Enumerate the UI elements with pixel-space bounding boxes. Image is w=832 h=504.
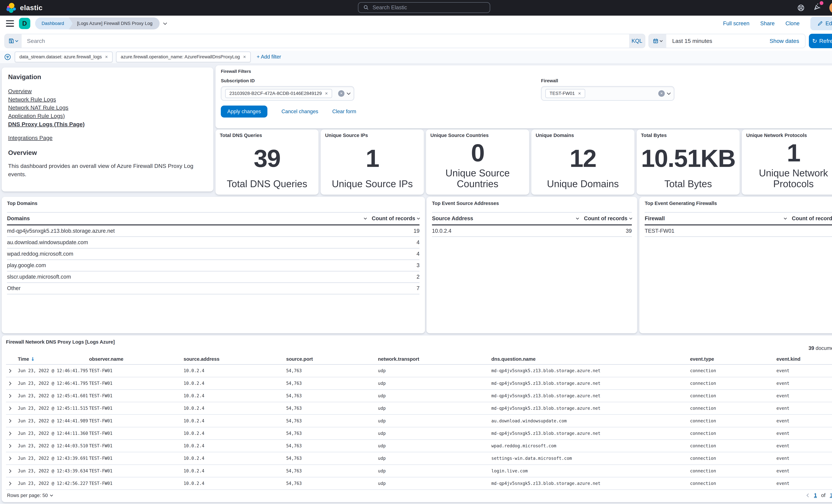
column-header-source-port[interactable]: source.port [286, 356, 378, 362]
show-dates-button[interactable]: Show dates [770, 34, 805, 48]
time-range-value[interactable]: Last 15 minutes [666, 34, 770, 48]
date-picker: Last 15 minutes Show dates [648, 34, 806, 48]
close-icon[interactable]: × [578, 91, 581, 96]
chevron-down-icon[interactable] [347, 91, 350, 95]
table-row: md-qp4jv5snxgk5.z13.blob.storage.azure.n… [7, 225, 419, 237]
sort-descending-icon: ↓ [31, 356, 35, 362]
space-badge[interactable]: D [19, 18, 30, 29]
expand-row-icon[interactable] [6, 381, 18, 386]
cancel-changes-button[interactable]: Cancel changes [282, 109, 318, 115]
saved-query-menu-button[interactable] [5, 34, 22, 48]
breadcrumb-chevron-down-icon[interactable] [163, 21, 167, 25]
navigation-link[interactable]: Overview [8, 87, 207, 95]
expand-row-icon[interactable] [6, 368, 18, 373]
refresh-button[interactable]: ↻ Refresh [809, 34, 832, 48]
navigation-link[interactable]: Network NAT Rule Logs [8, 104, 207, 112]
edit-button[interactable]: Edit [810, 17, 832, 30]
clone-button[interactable]: Clone [785, 21, 800, 27]
clear-selection-icon[interactable]: × [658, 90, 665, 97]
clear-selection-icon[interactable]: × [338, 90, 345, 97]
metric-card-label: Total Bytes [641, 178, 735, 189]
column-header-source-address[interactable]: source.address [184, 356, 286, 362]
column-header-firewall[interactable]: Firewall [645, 216, 792, 222]
expand-row-icon[interactable] [6, 393, 18, 398]
breadcrumb-dashboard[interactable]: Dashboard [35, 18, 73, 29]
filter-pill[interactable]: data_stream.dataset: azure.firewall_logs… [15, 52, 113, 62]
column-header-time[interactable]: Time↓ [18, 356, 89, 362]
network-transport-cell: udp [378, 469, 491, 473]
navigation-link[interactable]: Application Rule Logs) [8, 112, 207, 120]
previous-page-icon[interactable] [806, 494, 810, 497]
refresh-icon: ↻ [812, 37, 817, 45]
column-header-observer-name[interactable]: observer.name [89, 356, 184, 362]
firewall-pill[interactable]: TEST-FW01 × [545, 89, 585, 98]
rows-per-page-button[interactable]: Rows per page: 50 [7, 493, 53, 498]
global-search-input[interactable]: Search Elastic [358, 2, 490, 13]
filter-group-icon[interactable] [4, 53, 11, 61]
pencil-icon [817, 21, 823, 26]
close-icon[interactable]: × [243, 55, 246, 59]
elastic-logo[interactable]: elastic [6, 2, 43, 13]
share-button[interactable]: Share [760, 21, 775, 27]
log-row: Jun 23, 2022 @ 12:45:11.515 TEST-FW01 10… [6, 402, 832, 415]
date-quick-menu-button[interactable] [649, 34, 666, 48]
column-header-domains[interactable]: Domains [7, 216, 372, 222]
full-screen-button[interactable]: Full screen [723, 21, 750, 27]
document-count: 39 documents [6, 345, 832, 351]
clear-form-button[interactable]: Clear form [332, 109, 356, 115]
event-type-cell: connection [690, 393, 776, 398]
add-filter-button[interactable]: + Add filter [257, 54, 281, 60]
expand-row-icon[interactable] [6, 469, 18, 473]
page-number-last[interactable]: 1 [830, 493, 832, 498]
filter-pill[interactable]: azure.firewall.operation_name: AzureFire… [116, 52, 251, 62]
help-icon[interactable] [797, 4, 805, 12]
navigation-title: Navigation [8, 73, 207, 81]
breadcrumb-current-label: [Logs Azure] Firewall DNS Proxy Log [77, 21, 153, 26]
newsfeed-icon[interactable] [813, 3, 821, 13]
subscription-id-pill[interactable]: 23103928-B2CF-472A-8CDB-0146E2849129 × [225, 89, 332, 98]
column-header-source-address[interactable]: Source Address [432, 216, 584, 222]
navigation-link[interactable]: Integrations Page [8, 134, 207, 142]
breadcrumb-root-label: Dashboard [42, 21, 64, 26]
network-transport-cell: udp [378, 418, 491, 423]
kql-language-button[interactable]: KQL [629, 34, 645, 48]
chevron-down-icon[interactable] [667, 91, 671, 95]
menu-icon[interactable] [6, 20, 14, 27]
column-header-dns-question-name[interactable]: dns.question.name [491, 356, 690, 362]
column-header-count[interactable]: Count of records [792, 216, 832, 222]
source-port-cell: 54,763 [286, 431, 378, 436]
metric-card-label: Unique Source IPs [325, 178, 419, 189]
close-icon[interactable]: × [105, 55, 108, 59]
column-header-network-transport[interactable]: network.transport [378, 356, 491, 362]
close-icon[interactable]: × [325, 91, 328, 96]
column-header-count[interactable]: Count of records [584, 216, 632, 222]
expand-row-icon[interactable] [6, 406, 18, 411]
event-kind-cell: event [776, 443, 832, 448]
navigation-link[interactable]: DNS Proxy Logs (This Page) [8, 120, 207, 129]
subscription-id-combobox[interactable]: 23103928-B2CF-472A-8CDB-0146E2849129 × × [221, 86, 354, 101]
column-header-event-kind[interactable]: event.kind [776, 356, 832, 362]
source-port-cell: 54,763 [286, 443, 378, 448]
column-header-event-type[interactable]: event.type [690, 356, 776, 362]
dns-question-name-cell: au.download.windowsupdate.com [491, 418, 690, 423]
user-avatar[interactable]: e [829, 2, 832, 13]
expand-row-icon[interactable] [6, 418, 18, 423]
elastic-logo-icon [6, 2, 17, 13]
event-kind-cell: event [776, 418, 832, 423]
navigation-link[interactable]: Network Rule Logs [8, 95, 207, 104]
top-source-addresses-panel: Top Event Source Addresses Source Addres… [426, 197, 637, 333]
search-query-input[interactable]: Search [22, 34, 629, 48]
expand-row-icon[interactable] [6, 443, 18, 448]
column-header-count[interactable]: Count of records [372, 216, 419, 222]
metric-card-value: 1 [325, 138, 419, 178]
event-type-cell: connection [690, 456, 776, 461]
firewall-combobox[interactable]: TEST-FW01 × × [541, 86, 674, 101]
time-cell: Jun 23, 2022 @ 12:45:11.515 [18, 406, 89, 411]
apply-changes-button[interactable]: Apply changes [221, 106, 267, 117]
expand-row-icon[interactable] [6, 431, 18, 436]
table-row: Other 7 [7, 283, 419, 295]
expand-row-icon[interactable] [6, 481, 18, 486]
expand-row-icon[interactable] [6, 456, 18, 461]
count-cell: 4 [416, 240, 419, 246]
page-number-current[interactable]: 1 [814, 493, 817, 498]
